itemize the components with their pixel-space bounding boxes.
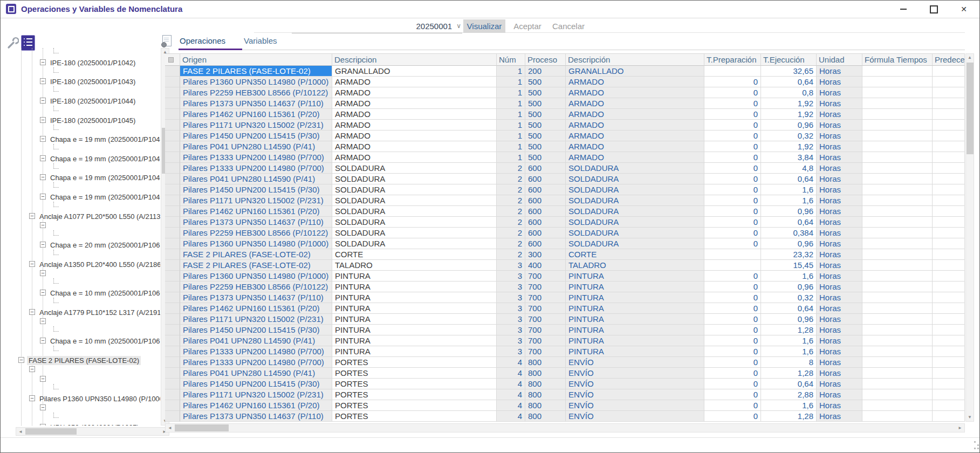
cell-formula[interactable]	[862, 120, 933, 131]
cell-formula[interactable]	[862, 98, 933, 109]
cell-tejec[interactable]: 0,64	[761, 379, 817, 389]
cell-desc2[interactable]: PINTURA	[566, 282, 704, 292]
grid-row[interactable]: Pilares P1333 UPN200 L14980 (P/700)PORTE…	[165, 357, 965, 368]
grid-row[interactable]: Pilares P1171 UPN320 L15002 (P/231)ARMAD…	[165, 120, 965, 131]
cell-pred[interactable]	[933, 379, 965, 389]
cell-proc[interactable]: 600	[525, 195, 566, 206]
cell-formula[interactable]	[862, 389, 933, 400]
cell-desc2[interactable]: SOLDADURA	[566, 195, 704, 206]
column-header-origin[interactable]: Origen	[180, 54, 332, 66]
cell-proc[interactable]: 700	[525, 271, 566, 282]
tree-collapse-toggle[interactable]: −	[40, 290, 46, 296]
grid-row[interactable]: Pilares P1450 UPN200 L15415 (P/30)SOLDAD…	[165, 184, 965, 195]
tree-collapse-toggle[interactable]: −	[40, 78, 46, 84]
cell-origin[interactable]: Pilares P2259 HEB300 L8566 (P/10122)	[180, 87, 332, 98]
tree-collapse-toggle[interactable]: −	[18, 357, 24, 363]
cell-unit[interactable]: Horas	[817, 141, 862, 152]
cell-origin[interactable]: Pilares P041 UPN280 L14590 (P/41)	[180, 174, 332, 184]
tree-collapse-toggle[interactable]: −	[40, 338, 46, 344]
cell-formula[interactable]	[862, 66, 933, 77]
cell-tprep[interactable]: 0	[704, 141, 761, 152]
cell-unit[interactable]: Horas	[817, 346, 862, 357]
cell-tejec[interactable]: 1,28	[761, 411, 817, 422]
cell-tejec[interactable]: 0,64	[761, 77, 817, 87]
cell-desc[interactable]: PORTES	[332, 411, 497, 422]
cell-origin[interactable]: Pilares P1333 UPN200 L14980 (P/700)	[180, 152, 332, 163]
cell-origin[interactable]: Pilares P1450 UPN200 L15415 (P/30)	[180, 184, 332, 195]
cell-desc[interactable]: ARMADO	[332, 77, 497, 87]
cell-num[interactable]: 1	[497, 98, 525, 109]
cell-formula[interactable]	[862, 292, 933, 303]
cell-tprep[interactable]: 0	[704, 325, 761, 335]
column-header-num[interactable]: Núm	[497, 54, 525, 66]
tree-item-label[interactable]: IPE-180 (20250001/P1042)	[49, 58, 137, 67]
cell-desc[interactable]: ARMADO	[332, 152, 497, 163]
column-header-proc[interactable]: Proceso	[525, 54, 566, 66]
cell-origin[interactable]: Pilares P2259 HEB300 L8566 (P/10122)	[180, 228, 332, 238]
tree-item-label[interactable]: Chapa e = 19 mm (20250001/P1049)	[49, 193, 160, 202]
grid-row[interactable]: Pilares P1373 UPN350 L14637 (P/110)PINTU…	[165, 292, 965, 303]
cell-tejec[interactable]: 1,6	[761, 346, 817, 357]
grid-hscroll-thumb[interactable]	[175, 424, 229, 431]
cell-desc2[interactable]: GRANALLADO	[566, 66, 704, 77]
column-header-unit[interactable]: Unidad	[817, 54, 862, 66]
cell-num[interactable]: 1	[497, 77, 525, 87]
cell-desc2[interactable]: PINTURA	[566, 271, 704, 282]
cell-origin[interactable]: Pilares P1171 UPN320 L15002 (P/231)	[180, 195, 332, 206]
cell-unit[interactable]: Horas	[817, 335, 862, 346]
cell-pred[interactable]	[933, 228, 965, 238]
grid-row[interactable]: Pilares P1450 UPN200 L15415 (P/30)PORTES…	[165, 379, 965, 389]
cell-formula[interactable]	[862, 206, 933, 217]
cell-desc2[interactable]: SOLDADURA	[566, 228, 704, 238]
cell-pred[interactable]	[933, 260, 965, 271]
cell-tprep[interactable]: 0	[704, 314, 761, 325]
tree-item-label[interactable]: IPE-180 (20250001/P1045)	[49, 116, 137, 125]
cell-num[interactable]: 2	[497, 228, 525, 238]
cell-tprep[interactable]: 0	[704, 271, 761, 282]
cell-desc2[interactable]: SOLDADURA	[566, 206, 704, 217]
cell-origin[interactable]: Pilares P1450 UPN200 L15415 (P/30)	[180, 131, 332, 141]
grid-row[interactable]: FASE 2 PILARES (FASE-LOTE-02)CORTE2300CO…	[165, 249, 965, 260]
cell-desc2[interactable]: CORTE	[566, 249, 704, 260]
cell-formula[interactable]	[862, 357, 933, 368]
grid-vscroll-thumb[interactable]	[967, 63, 974, 154]
grid-row[interactable]: Pilares P2259 HEB300 L8566 (P/10122)SOLD…	[165, 228, 965, 238]
grid-row[interactable]: Pilares P1171 UPN320 L15002 (P/231)PORTE…	[165, 389, 965, 400]
cell-num[interactable]: 2	[497, 206, 525, 217]
cell-unit[interactable]: Horas	[817, 379, 862, 389]
cell-proc[interactable]: 600	[525, 174, 566, 184]
cell-desc[interactable]: SOLDADURA	[332, 195, 497, 206]
cell-desc2[interactable]: ARMADO	[566, 109, 704, 120]
cell-tprep[interactable]: 0	[704, 131, 761, 141]
cell-tejec[interactable]: 1,6	[761, 184, 817, 195]
cell-desc[interactable]: PINTURA	[332, 325, 497, 335]
cell-origin[interactable]: Pilares P1333 UPN200 L14980 (P/700)	[180, 357, 332, 368]
cell-num[interactable]: 3	[497, 335, 525, 346]
tree-item-label[interactable]: Anclaje A1779 PL10*152 L317 (A/2191)	[38, 308, 160, 317]
cell-origin[interactable]: Pilares P1373 UPN350 L14637 (P/110)	[180, 98, 332, 109]
cell-proc[interactable]: 400	[525, 260, 566, 271]
cell-unit[interactable]: Horas	[817, 400, 862, 411]
cell-pred[interactable]	[933, 411, 965, 422]
cell-proc[interactable]: 800	[525, 400, 566, 411]
cell-tprep[interactable]: 0	[704, 368, 761, 379]
cell-pred[interactable]	[933, 184, 965, 195]
cell-proc[interactable]: 500	[525, 131, 566, 141]
cell-desc[interactable]: ARMADO	[332, 87, 497, 98]
tree-collapse-toggle[interactable]: −	[40, 98, 46, 104]
cell-desc[interactable]: TALADRO	[332, 260, 497, 271]
maximize-button[interactable]	[924, 2, 943, 16]
grid-row[interactable]: Pilares P1171 UPN320 L15002 (P/231)PINTU…	[165, 314, 965, 325]
cell-tprep[interactable]: 0	[704, 163, 761, 174]
tree-collapse-toggle[interactable]: −	[40, 59, 46, 65]
grid-scrollbar-vertical[interactable]: ▲ ▼	[965, 53, 974, 422]
cell-unit[interactable]: Horas	[817, 206, 862, 217]
cell-tprep[interactable]: 0	[704, 292, 761, 303]
cell-tejec[interactable]: 0,64	[761, 217, 817, 228]
cell-formula[interactable]	[862, 303, 933, 314]
cell-num[interactable]: 1	[497, 141, 525, 152]
cell-tprep[interactable]: 0	[704, 238, 761, 249]
cell-desc[interactable]: SOLDADURA	[332, 184, 497, 195]
tree-hscroll-thumb[interactable]	[25, 428, 77, 435]
cell-tprep[interactable]: 0	[704, 120, 761, 131]
